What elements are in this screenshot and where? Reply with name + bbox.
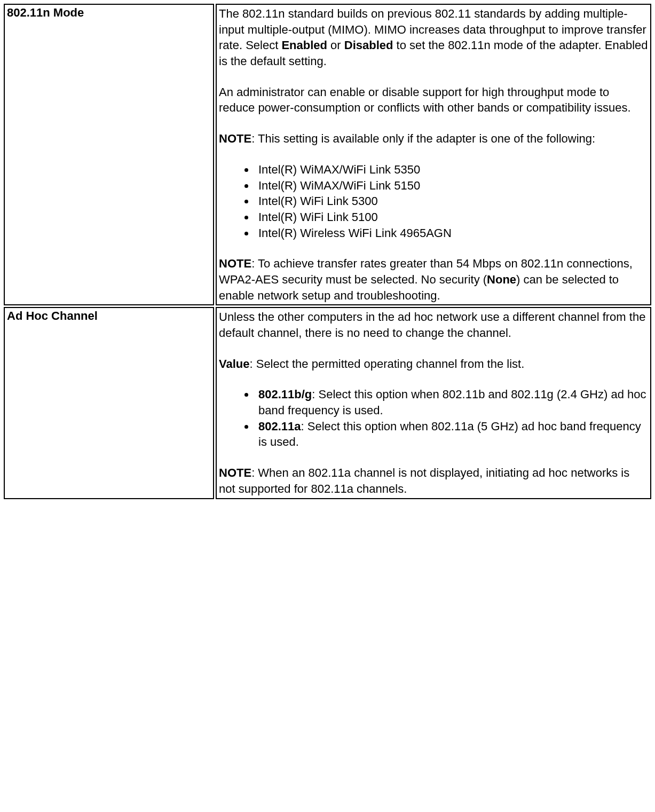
- text: : Select this option when 802.11a (5 GHz…: [258, 420, 641, 449]
- table-row: 802.11n Mode The 802.11n standard builds…: [4, 4, 651, 305]
- bold-text: Enabled: [281, 38, 327, 52]
- bold-text: 802.11a: [258, 420, 301, 433]
- paragraph: The 802.11n standard builds on previous …: [219, 6, 648, 69]
- text: : Select the permitted operating channel…: [249, 357, 524, 370]
- bold-text: 802.11b/g: [258, 388, 312, 401]
- paragraph: Unless the other computers in the ad hoc…: [219, 309, 648, 341]
- text: : Select this option when 802.11b and 80…: [258, 388, 646, 417]
- text: : When an 802.11a channel is not display…: [219, 466, 629, 495]
- list-item: Intel(R) WiFi Link 5300: [255, 193, 648, 209]
- bold-text: None: [487, 273, 516, 286]
- note-paragraph: NOTE: To achieve transfer rates greater …: [219, 256, 648, 303]
- list-item: Intel(R) WiFi Link 5100: [255, 209, 648, 225]
- paragraph: Value: Select the permitted operating ch…: [219, 356, 648, 372]
- note-label: NOTE: [219, 132, 251, 145]
- table-row: Ad Hoc Channel Unless the other computer…: [4, 307, 651, 499]
- list-item: Intel(R) Wireless WiFi Link 4965AGN: [255, 225, 648, 241]
- options-list: 802.11b/g: Select this option when 802.1…: [240, 387, 648, 450]
- note-label: NOTE: [219, 466, 251, 479]
- text: or: [327, 38, 344, 52]
- setting-description-cell: The 802.11n standard builds on previous …: [216, 4, 651, 305]
- text: : This setting is available only if the …: [251, 132, 595, 145]
- list-item: Intel(R) WiMAX/WiFi Link 5150: [255, 178, 648, 194]
- adapter-list: Intel(R) WiMAX/WiFi Link 5350 Intel(R) W…: [240, 162, 648, 241]
- setting-name-cell: Ad Hoc Channel: [4, 307, 214, 499]
- list-item: Intel(R) WiMAX/WiFi Link 5350: [255, 162, 648, 178]
- setting-description-cell: Unless the other computers in the ad hoc…: [216, 307, 651, 499]
- note-paragraph: NOTE: This setting is available only if …: [219, 131, 648, 147]
- note-paragraph: NOTE: When an 802.11a channel is not dis…: [219, 465, 648, 496]
- list-item: 802.11a: Select this option when 802.11a…: [255, 419, 648, 450]
- note-label: NOTE: [219, 257, 251, 270]
- bold-text: Value: [219, 357, 249, 370]
- setting-name-cell: 802.11n Mode: [4, 4, 214, 305]
- list-item: 802.11b/g: Select this option when 802.1…: [255, 387, 648, 418]
- paragraph: An administrator can enable or disable s…: [219, 84, 648, 116]
- bold-text: Disabled: [344, 38, 393, 52]
- settings-table: 802.11n Mode The 802.11n standard builds…: [2, 2, 653, 501]
